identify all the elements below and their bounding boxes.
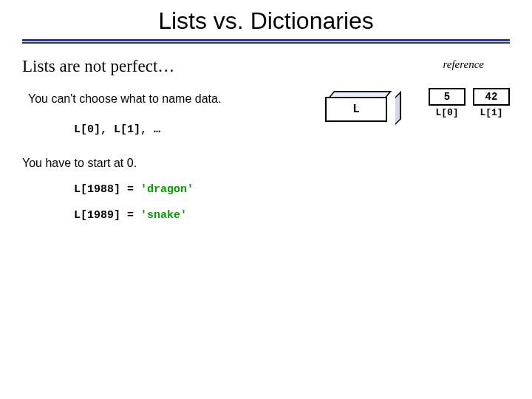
cell-label: L[1] [473,107,510,118]
list-cell-0: 5 L[0] [429,88,466,118]
cell-label: L[0] [429,107,466,118]
subtitle: Lists are not perfect… [22,57,174,76]
slide-title: Lists vs. Dictionaries [22,7,510,35]
code-indices: L[0], L[1], … [74,123,332,136]
title-rule [22,39,510,44]
cell-value: 5 [429,88,466,106]
assign1-lhs: L[1988] = [74,183,140,196]
body-row: You can't choose what to name data. L[0]… [22,92,510,222]
code-assign-2: L[1989] = 'snake' [74,209,332,222]
assign2-lhs: L[1989] = [74,209,140,222]
lvar-box: L [325,91,395,126]
reference-label: reference [443,58,484,71]
subtitle-row: Lists are not perfect… reference [22,57,510,76]
code-assign-1: L[1988] = 'dragon' [74,183,332,196]
bullet-cant-name: You can't choose what to name data. [28,92,332,106]
right-column: L 5 L[0] 42 L[1] [332,92,510,144]
lvar-box-side [395,91,401,125]
left-column: You can't choose what to name data. L[0]… [22,92,332,222]
cell-value: 42 [473,88,510,106]
assign2-rhs: 'snake' [140,209,187,222]
lvar-box-front: L [325,97,387,122]
list-cell-1: 42 L[1] [473,88,510,118]
bullet-start-zero: You have to start at 0. [22,157,332,170]
assign1-rhs: 'dragon' [140,183,194,196]
slide: Lists vs. Dictionaries Lists are not per… [0,0,532,399]
